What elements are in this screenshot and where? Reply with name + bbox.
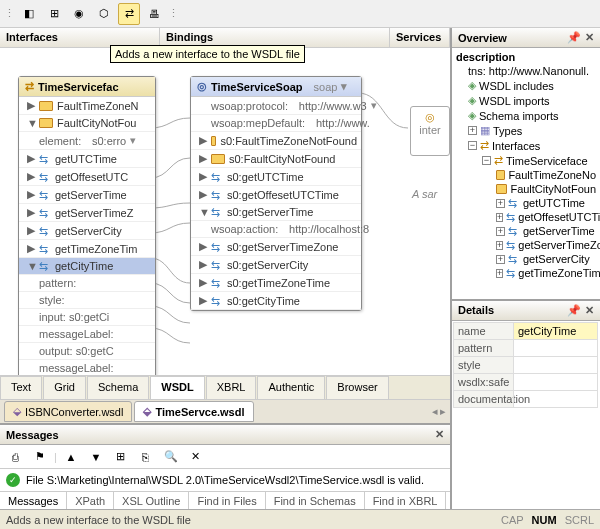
tree-row[interactable]: +⇆getServerCity [454,252,598,266]
msglabel-row[interactable]: messageLabel: [19,326,155,343]
fault-row[interactable]: ▶s0:FaultCityNotFound [191,150,361,168]
tab-text[interactable]: Text [0,376,42,399]
det-value[interactable] [513,339,598,357]
protocol-row[interactable]: wsoap:protocol: http://www.w3▾ [191,97,361,115]
det-value[interactable]: getCityTime [513,322,598,340]
close-icon[interactable]: ✕ [585,304,594,317]
expand-icon[interactable]: + [496,199,505,208]
details-grid[interactable]: namegetCityTime pattern style wsdlx:safe… [452,321,600,509]
tree-row[interactable]: +⇆getServerTimeZo [454,238,598,252]
element-row[interactable]: element: s0:erro ▾ [19,132,155,150]
tree-row[interactable]: ◈WSDL includes [454,78,598,93]
msg-btn[interactable]: ⎘ [135,446,157,468]
msg-btn[interactable]: ▼ [85,446,107,468]
input-row[interactable]: input: s0:getCi [19,309,155,326]
msg-tab[interactable]: XPath [67,492,114,510]
op-row[interactable]: ▶⇆s0:getOffesetUTCTime [191,186,361,204]
overview-tree[interactable]: description tns: http://www.Nanonull. ◈W… [452,48,600,299]
op-row[interactable]: ▶⇆getTimeZoneTim [19,240,155,258]
msg-btn[interactable]: 🔍 [160,446,182,468]
tab-grid[interactable]: Grid [43,376,86,399]
wsdl-canvas[interactable]: ⇄TimeServicefac ▶FaultTimeZoneN ▼FaultCi… [0,48,450,375]
tab-browser[interactable]: Browser [326,376,388,399]
op-row[interactable]: ▶⇆getServerCity [19,222,155,240]
expand-icon[interactable]: + [496,227,505,236]
tab-authentic[interactable]: Authentic [257,376,325,399]
pattern-row[interactable]: pattern: [19,275,155,292]
tree-row[interactable]: description [454,50,598,64]
mep-row[interactable]: wsoap:mepDefault: http://www. [191,115,361,132]
close-icon[interactable]: ✕ [435,428,444,441]
add-interface-button[interactable]: ⇄ [118,3,140,25]
tree-row[interactable]: −⇄Interfaces [454,138,598,153]
action-row[interactable]: wsoap:action: http://localhost:8 [191,221,361,238]
tree-row[interactable]: FaultCityNotFoun [454,182,598,196]
det-value[interactable] [513,390,598,408]
tree-row[interactable]: ◈WSDL imports [454,93,598,108]
op-row[interactable]: ▶⇆s0:getServerTimeZone [191,238,361,256]
op-row[interactable]: ▶⇆getOffesetUTC [19,168,155,186]
tree-row[interactable]: +▦Types [454,123,598,138]
pin-icon[interactable]: 📌 [567,31,581,44]
msg-btn[interactable]: ⊞ [110,446,132,468]
tree-row[interactable]: +⇆getTimeZoneTime [454,266,598,280]
close-icon[interactable]: ✕ [585,31,594,44]
msg-tab[interactable]: Find in Files [189,492,265,510]
file-tab-active[interactable]: ⬙TimeServce.wsdl [134,401,253,422]
collapse-icon[interactable]: − [468,141,477,150]
style-row[interactable]: style: [19,292,155,309]
op-row[interactable]: ▶⇆s0:getCityTime [191,292,361,310]
tree-row[interactable]: −⇄TimeServiceface [454,153,598,168]
interface-title[interactable]: ⇄TimeServicefac [19,77,155,97]
msg-btn[interactable]: ⎙ [4,446,26,468]
expand-icon[interactable]: + [496,255,505,264]
op-row[interactable]: ▼⇆s0:getServerTime [191,204,361,221]
expand-icon[interactable]: + [496,213,503,222]
fault-row[interactable]: ▶s0:FaultTimeZoneNotFound [191,132,361,150]
op-row[interactable]: ▶⇆s0:getServerCity [191,256,361,274]
msg-btn[interactable]: ✕ [185,446,207,468]
tab-xbrl[interactable]: XBRL [206,376,257,399]
output-row[interactable]: output: s0:getC [19,343,155,360]
tree-row[interactable]: +⇆getUTCTime [454,196,598,210]
msglabel-row[interactable]: messageLabel: [19,360,155,375]
tab-schema[interactable]: Schema [87,376,149,399]
pin-icon[interactable]: 📌 [567,304,581,317]
op-row[interactable]: ▶⇆getServerTime [19,186,155,204]
msg-tab[interactable]: XSL Outline [114,492,189,510]
service-stub[interactable]: ◎ inter [410,106,450,156]
det-value[interactable] [513,356,598,374]
binding-title[interactable]: ◎TimeServiceSoap soap▾ [191,77,361,97]
tree-row[interactable]: tns: http://www.Nanonull. [454,64,598,78]
toolbar-btn-1[interactable]: ◧ [18,3,40,25]
msg-btn[interactable]: ⚑ [29,446,51,468]
op-row[interactable]: ▶⇆s0:getUTCTime [191,168,361,186]
tree-row[interactable]: ◈Schema imports [454,108,598,123]
tree-row[interactable]: +⇆getOffesetUTCTim [454,210,598,224]
msg-tab[interactable]: Find in Schemas [266,492,365,510]
expand-icon[interactable]: + [496,241,503,250]
tab-nav-right[interactable]: ▸ [440,405,446,418]
msg-tab[interactable]: Messages [0,492,67,510]
interface-node[interactable]: ⇄TimeServicefac ▶FaultTimeZoneN ▼FaultCi… [18,76,156,375]
tab-nav-left[interactable]: ◂ [432,405,438,418]
op-row-selected[interactable]: ▼⇆getCityTime [19,258,155,275]
tree-row[interactable]: +⇆getServerTime [454,224,598,238]
tab-wsdl[interactable]: WSDL [150,376,204,399]
fault-row[interactable]: ▼FaultCityNotFou [19,115,155,132]
tree-row[interactable]: FaultTimeZoneNo [454,168,598,182]
binding-node[interactable]: ◎TimeServiceSoap soap▾ wsoap:protocol: h… [190,76,362,311]
toolbar-btn-3[interactable]: ◉ [68,3,90,25]
msg-btn[interactable]: ▲ [60,446,82,468]
collapse-icon[interactable]: − [482,156,491,165]
op-row[interactable]: ▶⇆s0:getTimeZoneTime [191,274,361,292]
toolbar-btn-2[interactable]: ⊞ [43,3,65,25]
print-button[interactable]: 🖶 [143,3,165,25]
file-tab[interactable]: ⬙ISBNConverter.wsdl [4,401,132,422]
expand-icon[interactable]: + [496,269,503,278]
msg-tab[interactable]: Find in XBRL [365,492,447,510]
det-value[interactable] [513,373,598,391]
expand-icon[interactable]: + [468,126,477,135]
op-row[interactable]: ▶⇆getUTCTime [19,150,155,168]
fault-row[interactable]: ▶FaultTimeZoneN [19,97,155,115]
